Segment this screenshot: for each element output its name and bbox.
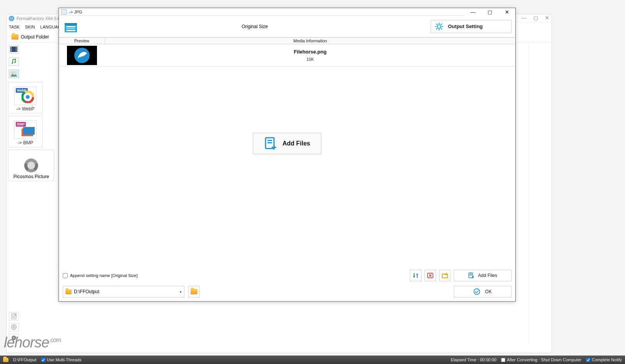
col-preview[interactable]: Preview [59, 37, 105, 44]
browse-folder-icon [191, 289, 197, 294]
svg-line-38 [441, 23, 442, 25]
tile-webp[interactable]: WebP -> WebP [8, 82, 43, 114]
append-setting-label: Append setting name [Original Size] [70, 273, 138, 278]
category-audio[interactable] [9, 57, 19, 66]
minimize-icon[interactable]: — [521, 15, 526, 21]
folder-icon [12, 34, 18, 40]
chrome-icon [22, 91, 34, 103]
output-folder-button[interactable]: Output Folder [9, 33, 52, 41]
sidebar-bottom-icons [9, 312, 19, 342]
svg-point-55 [474, 289, 480, 295]
svg-rect-29 [66, 30, 75, 31]
sort-button[interactable] [410, 270, 421, 281]
svg-point-22 [13, 326, 15, 328]
add-files-small-icon [468, 272, 475, 279]
svg-rect-1 [11, 47, 12, 48]
music-icon [11, 58, 17, 65]
multithreads-checkbox[interactable]: Use Multi-Threads [41, 357, 82, 362]
svg-point-24 [13, 337, 15, 339]
svg-line-35 [436, 23, 438, 25]
complete-notify-input[interactable] [586, 358, 590, 362]
dialog-close[interactable]: ✕ [498, 8, 515, 16]
svg-rect-4 [16, 47, 17, 48]
add-files-button[interactable]: Add Files [454, 270, 511, 281]
tile-picosmos[interactable]: Picosmos Picture [8, 150, 54, 181]
tile-bmp[interactable]: BMP -> BMP [8, 116, 43, 147]
status-bar: D:\FFOutput Use Multi-Threads Elapsed Ti… [0, 356, 625, 364]
remove-button[interactable] [424, 270, 436, 281]
dialog-options-row: Append setting name [Original Size] Add … [59, 267, 515, 284]
svg-point-8 [12, 72, 13, 73]
disc-icon[interactable] [9, 323, 19, 331]
close-icon[interactable]: ✕ [545, 15, 549, 21]
svg-rect-6 [16, 50, 17, 51]
svg-rect-28 [66, 28, 75, 29]
output-path-text: D:\FFOutput [74, 289, 99, 294]
image-icon [10, 71, 17, 77]
svg-line-37 [436, 28, 438, 29]
gear-icon [435, 22, 443, 31]
tools-icon[interactable] [9, 334, 19, 342]
browse-folder-button[interactable] [188, 286, 200, 297]
menu-task[interactable]: TASK [9, 25, 20, 29]
svg-rect-5 [16, 49, 17, 50]
complete-notify-checkbox[interactable]: Complete Notify [586, 357, 622, 362]
filehorse-icon [74, 47, 90, 63]
dialog-maximize[interactable]: ▢ [481, 8, 498, 16]
output-path-combo[interactable]: D:\FFOutput ▾ [63, 286, 184, 297]
file-list: Filehorse.png 10K Add Files [59, 44, 515, 267]
svg-rect-2 [11, 49, 12, 50]
dialog-columns: Preview Media information [59, 37, 515, 44]
add-files-label: Add Files [478, 273, 497, 278]
dialog-minimize[interactable]: — [465, 8, 481, 16]
maximize-icon[interactable]: ▢ [533, 15, 538, 21]
list-filesize: 10K [306, 57, 314, 62]
add-files-center-label: Add Files [282, 140, 310, 147]
list-info: Filehorse.png 10K [105, 44, 515, 66]
document-icon[interactable] [9, 312, 19, 321]
after-convert-checkbox[interactable]: After Converting : Shut Down Computer [501, 357, 582, 362]
svg-rect-26 [65, 23, 77, 25]
menu-skin[interactable]: SKIN [25, 25, 35, 29]
output-setting-button[interactable]: Output Setting [431, 20, 511, 33]
film-icon [10, 47, 17, 52]
right-panel [528, 43, 551, 344]
category-image[interactable] [9, 70, 19, 78]
category-sidebar: WebP -> WebP BMP -> BMP Picosmos Picture [7, 43, 56, 344]
complete-notify-label: Complete Notify [592, 357, 622, 362]
bmp-thumb: BMP [14, 120, 37, 139]
list-filename: Filehorse.png [294, 49, 326, 55]
path-folder-icon [65, 289, 72, 294]
ok-button[interactable]: OK [454, 286, 511, 297]
add-folder-icon [441, 272, 448, 279]
col-media-info[interactable]: Media information [105, 37, 515, 44]
sort-icon [412, 272, 419, 279]
dialog-window-controls: — ▢ ✕ [465, 8, 515, 16]
window-controls: — ▢ ✕ [521, 15, 549, 21]
status-folder-icon [3, 358, 8, 362]
dialog-title: -> JPG [69, 10, 82, 14]
bmp-preview-icon [20, 126, 35, 138]
add-files-center-button[interactable]: Add Files [253, 133, 321, 154]
elapsed-time: Elapsed Time : 00:00:00 [451, 357, 496, 362]
add-file-icon [264, 137, 278, 150]
tile-webp-label: -> WebP [17, 106, 35, 112]
dialog-titlebar: -> JPG — ▢ ✕ [59, 8, 515, 16]
after-convert-input[interactable] [501, 358, 505, 362]
app-title: FormatFactory X64 5.6 [17, 16, 60, 21]
append-setting-checkbox[interactable]: Append setting name [Original Size] [63, 273, 138, 278]
multithreads-input[interactable] [41, 358, 45, 362]
after-convert-label: After Converting : Shut Down Computer [507, 357, 582, 362]
add-folder-button[interactable] [439, 270, 451, 281]
picosmos-label: Picosmos Picture [13, 174, 49, 179]
svg-line-36 [441, 28, 442, 29]
app-icon [9, 16, 14, 21]
category-video[interactable] [9, 45, 19, 53]
append-setting-input[interactable] [63, 273, 68, 278]
list-item[interactable]: Filehorse.png 10K [59, 44, 515, 67]
status-output-path[interactable]: D:\FFOutput [13, 357, 37, 362]
jpg-format-icon [63, 19, 79, 34]
output-setting-label: Output Setting [448, 23, 483, 29]
picosmos-icon [24, 159, 38, 172]
ok-label: OK [485, 289, 491, 294]
